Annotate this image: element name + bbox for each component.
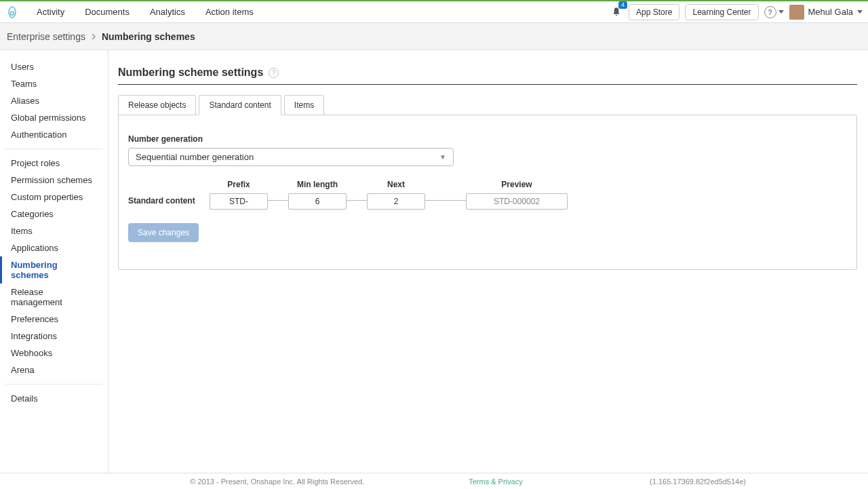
number-generation-value: Sequential number generation <box>136 152 254 162</box>
footer-copyright: © 2013 - Present, Onshape Inc. All Right… <box>190 477 364 486</box>
prefix-column: Prefix <box>210 180 268 210</box>
sidebar-group-1: UsersTeamsAliasesGlobal permissionsAuthe… <box>5 58 102 149</box>
footer-terms-link[interactable]: Terms & Privacy <box>469 477 522 486</box>
minlength-input[interactable] <box>288 193 347 210</box>
top-nav-right: 4 App Store Learning Center ? Mehul Gala <box>610 4 863 20</box>
footer: © 2013 - Present, Onshape Inc. All Right… <box>0 473 868 489</box>
chevron-down-icon <box>778 10 784 14</box>
page-title: Numbering scheme settings <box>118 66 263 79</box>
breadcrumb-root[interactable]: Enterprise settings <box>7 31 85 42</box>
sidebar-item-global-permissions[interactable]: Global permissions <box>5 109 102 126</box>
sidebar-group-2: Project rolesPermission schemesCustom pr… <box>5 155 102 385</box>
sidebar-item-authentication[interactable]: Authentication <box>5 126 102 143</box>
user-name-label: Mehul Gala <box>808 7 853 17</box>
sidebar-item-integrations[interactable]: Integrations <box>5 328 102 345</box>
save-changes-button[interactable]: Save changes <box>128 223 199 242</box>
sidebar-item-items[interactable]: Items <box>5 222 102 239</box>
learning-center-button[interactable]: Learning Center <box>685 4 758 20</box>
tab-items[interactable]: Items <box>284 95 324 115</box>
sidebar-item-webhooks[interactable]: Webhooks <box>5 345 102 361</box>
notifications-button[interactable]: 4 <box>610 5 623 19</box>
help-icon: ? <box>764 6 776 18</box>
prefix-header: Prefix <box>227 180 250 189</box>
settings-sidebar: UsersTeamsAliasesGlobal permissionsAuthe… <box>0 50 108 473</box>
tab-standard-content[interactable]: Standard content <box>199 95 281 115</box>
sidebar-item-details[interactable]: Details <box>5 390 102 407</box>
preview-header: Preview <box>501 180 532 189</box>
tabs: Release objectsStandard contentItems <box>118 94 857 115</box>
nav-analytics[interactable]: Analytics <box>140 3 195 21</box>
sidebar-item-release-management[interactable]: Release management <box>5 283 102 311</box>
sidebar-item-project-roles[interactable]: Project roles <box>5 155 102 172</box>
footer-version: (1.165.17369.82f2ed5d514e) <box>650 477 746 486</box>
tab-panel: Number generation Sequential number gene… <box>118 115 857 270</box>
nav-action-items[interactable]: Action items <box>196 3 263 21</box>
svg-point-0 <box>11 12 14 15</box>
sidebar-item-users[interactable]: Users <box>5 58 102 75</box>
sidebar-group-3: Details <box>5 390 102 412</box>
connector-line <box>347 200 367 201</box>
sidebar-item-arena[interactable]: Arena <box>5 361 102 378</box>
number-generation-select[interactable]: Sequential number generation ▼ <box>128 148 454 166</box>
number-generation-label: Number generation <box>128 134 847 144</box>
sidebar-item-aliases[interactable]: Aliases <box>5 92 102 109</box>
user-menu[interactable]: Mehul Gala <box>789 5 863 20</box>
preview-column: Preview <box>466 180 568 210</box>
breadcrumb: Enterprise settings Numbering schemes <box>0 23 868 50</box>
sidebar-item-categories[interactable]: Categories <box>5 206 102 222</box>
row-label: Standard content <box>128 196 210 206</box>
chevron-down-icon <box>857 10 863 14</box>
chevron-down-icon: ▼ <box>439 153 446 161</box>
body-container: UsersTeamsAliasesGlobal permissionsAuthe… <box>0 50 868 473</box>
chevron-right-icon <box>91 31 96 42</box>
minlength-header: Min length <box>297 180 338 189</box>
sidebar-item-permission-schemes[interactable]: Permission schemes <box>5 172 102 189</box>
top-nav: Activity Documents Analytics Action item… <box>27 3 263 21</box>
scheme-row: Standard content Prefix Min length Next <box>128 180 847 210</box>
sidebar-item-teams[interactable]: Teams <box>5 75 102 92</box>
page-title-row: Numbering scheme settings ? <box>118 66 857 85</box>
main-content: Numbering scheme settings ? Release obje… <box>108 50 868 473</box>
sidebar-item-custom-properties[interactable]: Custom properties <box>5 189 102 206</box>
onshape-logo-icon[interactable] <box>5 5 19 19</box>
prefix-input[interactable] <box>210 193 268 210</box>
sidebar-item-numbering-schemes[interactable]: Numbering schemes <box>5 256 102 283</box>
sidebar-item-preferences[interactable]: Preferences <box>5 311 102 328</box>
tab-release-objects[interactable]: Release objects <box>118 95 196 115</box>
minlength-column: Min length <box>288 180 347 210</box>
notification-badge: 4 <box>618 1 627 9</box>
connector-line <box>425 200 466 201</box>
avatar <box>789 5 804 20</box>
next-header: Next <box>387 180 405 189</box>
top-header: Activity Documents Analytics Action item… <box>0 1 868 23</box>
nav-documents[interactable]: Documents <box>75 3 139 21</box>
next-input[interactable] <box>367 193 425 210</box>
help-icon[interactable]: ? <box>269 68 279 78</box>
app-store-button[interactable]: App Store <box>629 4 679 20</box>
help-menu[interactable]: ? <box>764 6 784 18</box>
sidebar-item-applications[interactable]: Applications <box>5 239 102 256</box>
connector-line <box>268 200 288 201</box>
breadcrumb-current: Numbering schemes <box>102 31 195 42</box>
preview-output <box>466 193 568 210</box>
nav-activity[interactable]: Activity <box>27 3 74 21</box>
next-column: Next <box>367 180 425 210</box>
